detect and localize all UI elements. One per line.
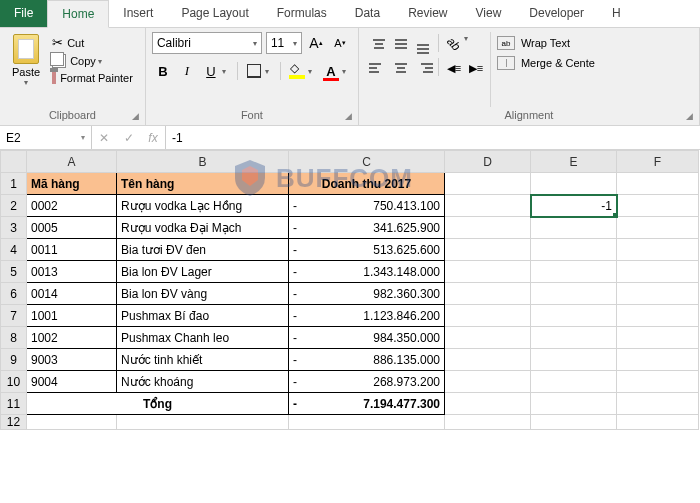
cell[interactable]: -7.194.477.300 — [289, 393, 445, 415]
orientation-dropdown-icon[interactable]: ▾ — [464, 34, 474, 54]
cell[interactable] — [445, 173, 531, 195]
merge-center-button[interactable]: Merge & Cente — [497, 56, 595, 70]
cell[interactable] — [531, 239, 617, 261]
cell[interactable] — [531, 217, 617, 239]
row-header[interactable]: 11 — [1, 393, 27, 415]
cell[interactable] — [617, 283, 699, 305]
row-header[interactable]: 7 — [1, 305, 27, 327]
cell[interactable]: Nước tinh khiết — [117, 349, 289, 371]
cell[interactable]: Doanh thu 2017 — [289, 173, 445, 195]
cell[interactable] — [445, 393, 531, 415]
align-middle-button[interactable] — [391, 34, 411, 54]
cell[interactable]: -982.360.300 — [289, 283, 445, 305]
cell[interactable]: Tên hàng — [117, 173, 289, 195]
cell[interactable]: -984.350.000 — [289, 327, 445, 349]
wrap-text-button[interactable]: ab Wrap Text — [497, 36, 595, 50]
paste-dropdown-icon[interactable]: ▾ — [24, 78, 28, 87]
tab-formulas[interactable]: Formulas — [263, 0, 341, 27]
cell[interactable] — [617, 393, 699, 415]
font-launcher-icon[interactable]: ◢ — [345, 111, 352, 121]
tab-insert[interactable]: Insert — [109, 0, 167, 27]
decrease-font-size-button[interactable]: A▾ — [330, 32, 350, 54]
decrease-indent-button[interactable]: ◀≡ — [444, 58, 464, 78]
cell[interactable] — [445, 217, 531, 239]
cell[interactable]: 0011 — [27, 239, 117, 261]
row-header[interactable]: 4 — [1, 239, 27, 261]
cell[interactable] — [617, 195, 699, 217]
cell[interactable] — [531, 393, 617, 415]
col-header-F[interactable]: F — [617, 151, 699, 173]
cell[interactable] — [445, 371, 531, 393]
cell[interactable] — [617, 371, 699, 393]
cell[interactable] — [445, 239, 531, 261]
copy-dropdown-icon[interactable]: ▾ — [98, 57, 108, 66]
cell[interactable] — [531, 261, 617, 283]
orientation-button[interactable]: ab — [444, 34, 464, 54]
cell[interactable] — [617, 239, 699, 261]
cell[interactable] — [445, 305, 531, 327]
cell[interactable]: Pushmax Bí đao — [117, 305, 289, 327]
enter-icon[interactable]: ✓ — [124, 131, 134, 145]
name-box-dropdown-icon[interactable]: ▾ — [81, 133, 85, 142]
row-header[interactable]: 2 — [1, 195, 27, 217]
format-painter-button[interactable]: Format Painter — [50, 71, 135, 85]
row-header[interactable]: 10 — [1, 371, 27, 393]
cell[interactable]: -268.973.200 — [289, 371, 445, 393]
align-left-button[interactable] — [369, 58, 389, 78]
cell[interactable] — [445, 349, 531, 371]
bold-button[interactable]: B — [152, 60, 174, 82]
cell[interactable]: Rượu vodka Đại Mạch — [117, 217, 289, 239]
cell[interactable] — [445, 261, 531, 283]
cell[interactable]: 1002 — [27, 327, 117, 349]
fill-dropdown-icon[interactable]: ▾ — [308, 67, 318, 76]
cell[interactable] — [531, 371, 617, 393]
cell[interactable]: 0014 — [27, 283, 117, 305]
row-header[interactable]: 5 — [1, 261, 27, 283]
cell[interactable]: 1001 — [27, 305, 117, 327]
cell[interactable]: 0002 — [27, 195, 117, 217]
cell[interactable]: -750.413.100 — [289, 195, 445, 217]
cell[interactable]: -1.343.148.000 — [289, 261, 445, 283]
col-header-D[interactable]: D — [445, 151, 531, 173]
cell[interactable]: -886.135.000 — [289, 349, 445, 371]
cell[interactable]: Tổng — [27, 393, 289, 415]
cell[interactable] — [531, 349, 617, 371]
alignment-launcher-icon[interactable]: ◢ — [686, 111, 693, 121]
cell[interactable] — [531, 305, 617, 327]
row-header[interactable]: 12 — [1, 415, 27, 430]
tab-file[interactable]: File — [0, 0, 47, 27]
tab-data[interactable]: Data — [341, 0, 394, 27]
row-header[interactable]: 8 — [1, 327, 27, 349]
increase-indent-button[interactable]: ▶≡ — [466, 58, 486, 78]
borders-button[interactable] — [243, 60, 265, 82]
name-box[interactable]: E2 ▾ — [0, 126, 92, 149]
cell[interactable]: Pushmax Chanh leo — [117, 327, 289, 349]
cell[interactable]: 9004 — [27, 371, 117, 393]
cell[interactable] — [617, 327, 699, 349]
tab-home[interactable]: Home — [47, 0, 109, 28]
cell[interactable]: Bia lon ĐV Lager — [117, 261, 289, 283]
cell[interactable]: Bia tươi ĐV đen — [117, 239, 289, 261]
cell-selected[interactable]: -1 — [531, 195, 617, 217]
tab-review[interactable]: Review — [394, 0, 461, 27]
cell[interactable]: 0013 — [27, 261, 117, 283]
col-header-B[interactable]: B — [117, 151, 289, 173]
fx-icon[interactable]: fx — [148, 131, 157, 145]
row-header[interactable]: 6 — [1, 283, 27, 305]
cell[interactable] — [531, 173, 617, 195]
font-name-select[interactable]: Calibri ▾ — [152, 32, 262, 54]
cell[interactable] — [531, 283, 617, 305]
cell[interactable] — [617, 305, 699, 327]
cell[interactable]: 0005 — [27, 217, 117, 239]
row-header[interactable]: 3 — [1, 217, 27, 239]
clipboard-launcher-icon[interactable]: ◢ — [132, 111, 139, 121]
row-header[interactable]: 1 — [1, 173, 27, 195]
tab-view[interactable]: View — [462, 0, 516, 27]
align-right-button[interactable] — [413, 58, 433, 78]
formula-input[interactable]: -1 — [166, 126, 700, 149]
cell[interactable]: -341.625.900 — [289, 217, 445, 239]
cell[interactable]: Nước khoáng — [117, 371, 289, 393]
underline-button[interactable]: U — [200, 60, 222, 82]
font-color-dropdown-icon[interactable]: ▾ — [342, 67, 352, 76]
row-header[interactable]: 9 — [1, 349, 27, 371]
